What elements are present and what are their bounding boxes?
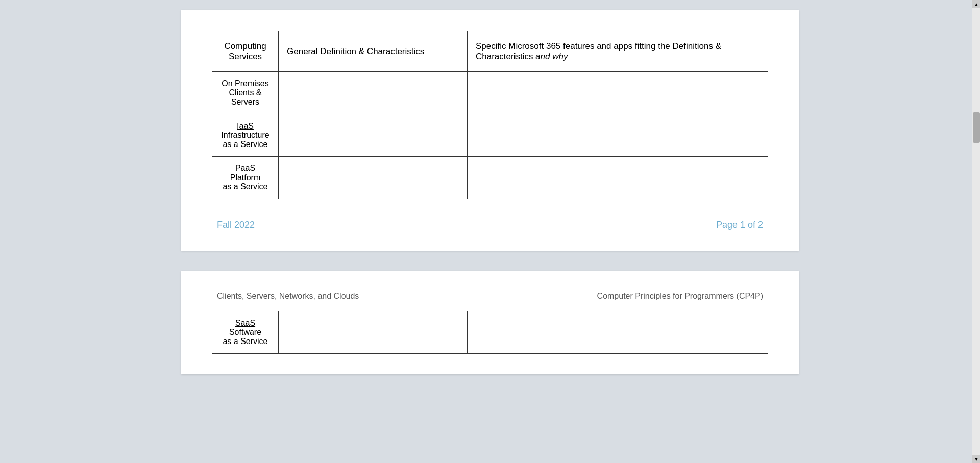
general-cell-paas [279,157,468,199]
service-label-paas-underline: PaaS [235,164,255,173]
page1-footer: Fall 2022 Page 1 of 2 [212,220,768,230]
service-cell-paas: PaaS Platformas a Service [212,157,279,199]
header-specific-italic: and why [535,52,568,61]
table-row: PaaS Platformas a Service [212,157,768,199]
table-row: SaaS Softwareas a Service [212,311,768,354]
header-col-service: Computing Services [212,31,279,72]
table-header-row: Computing Services General Definition & … [212,31,768,72]
main-table-page2: SaaS Softwareas a Service [212,311,768,354]
scrollbar-track: ▲ ▼ [972,0,980,463]
general-cell-saas [279,311,468,354]
scrollbar-arrow-up[interactable]: ▲ [972,0,980,8]
service-label-saas-text: Softwareas a Service [223,328,267,346]
specific-cell-paas [468,157,768,199]
service-cell-iaas: IaaS Infrastructureas a Service [212,114,279,157]
service-label-saas-underline: SaaS [235,319,255,327]
table-row: On PremisesClients &Servers [212,72,768,114]
service-cell-onprem: On PremisesClients &Servers [212,72,279,114]
scrollbar-arrow-down[interactable]: ▼ [972,455,980,463]
specific-cell-iaas [468,114,768,157]
specific-cell-saas [468,311,768,354]
footer-right: Page 1 of 2 [716,220,763,230]
scrollbar-thumb[interactable] [973,112,980,143]
page-1: Computing Services General Definition & … [181,10,799,251]
header-col-general: General Definition & Characteristics [279,31,468,72]
footer-left: Fall 2022 [217,220,255,230]
page2-header-left: Clients, Servers, Networks, and Clouds [217,291,359,301]
service-label-iaas-text: Infrastructureas a Service [221,131,269,149]
table-row: IaaS Infrastructureas a Service [212,114,768,157]
header-col-specific: Specific Microsoft 365 features and apps… [468,31,768,72]
page2-header: Clients, Servers, Networks, and Clouds C… [212,291,768,301]
header-specific-text: Specific Microsoft 365 features and apps… [476,41,721,61]
service-cell-saas: SaaS Softwareas a Service [212,311,279,354]
service-label-paas-text: Platformas a Service [223,173,267,191]
main-table-page1: Computing Services General Definition & … [212,31,768,199]
specific-cell-onprem [468,72,768,114]
page-2: Clients, Servers, Networks, and Clouds C… [181,271,799,374]
service-label-onprem: On PremisesClients &Servers [222,79,268,106]
general-cell-onprem [279,72,468,114]
service-label-iaas-underline: IaaS [237,121,254,130]
page2-header-right: Computer Principles for Programmers (CP4… [597,291,763,301]
general-cell-iaas [279,114,468,157]
